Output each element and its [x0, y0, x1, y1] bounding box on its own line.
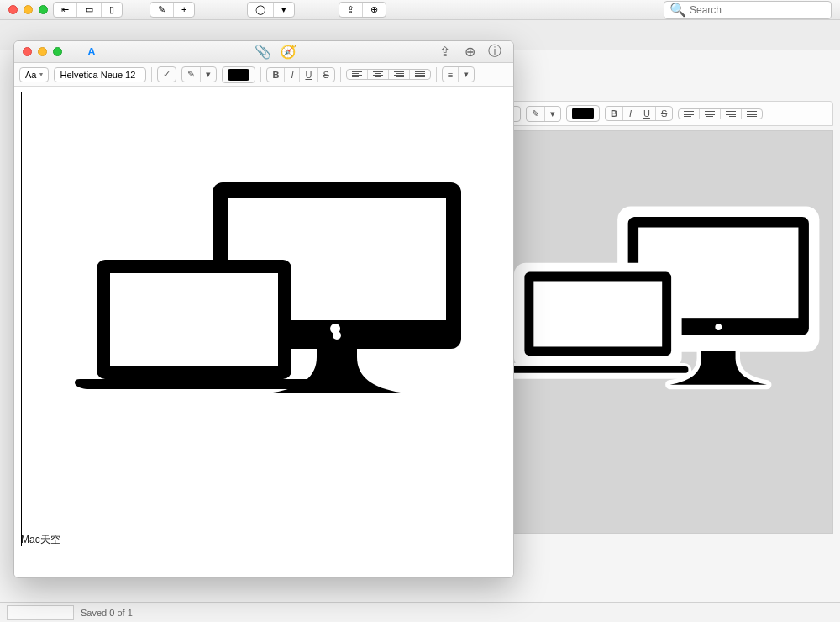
- layout-button-1[interactable]: ▭: [77, 3, 102, 17]
- svg-rect-6: [533, 281, 662, 346]
- bold-button[interactable]: B: [267, 68, 285, 82]
- bg-note-canvas: [496, 130, 833, 534]
- chevron-down-icon: ▾: [464, 69, 469, 80]
- zoom-button[interactable]: [53, 47, 62, 56]
- separator: [340, 67, 341, 82]
- italic-button[interactable]: I: [285, 68, 300, 82]
- shape-button[interactable]: ◯: [248, 3, 274, 17]
- fg-traffic-lights: [23, 47, 62, 56]
- bg-devices-image: [505, 140, 832, 467]
- pencil-icon: ✎: [187, 69, 195, 80]
- separator: [260, 67, 261, 82]
- svg-point-11: [333, 331, 341, 340]
- underline-button[interactable]: U: [300, 68, 318, 82]
- bg-tool-pencil[interactable]: ✎▾: [526, 106, 561, 122]
- style-label: Aa: [25, 70, 36, 80]
- share-icon: ⇪: [439, 44, 450, 60]
- close-button[interactable]: [8, 5, 18, 14]
- share-icon: ⇪: [347, 5, 354, 14]
- collapse-sidebar-button[interactable]: ⇤: [54, 3, 77, 17]
- layout-button-2[interactable]: ▯: [102, 3, 122, 17]
- close-button[interactable]: [23, 47, 32, 56]
- format-toggle-button[interactable]: A: [82, 45, 101, 60]
- search-icon: 🔍: [669, 2, 686, 18]
- bg-share-seg: ⇪ ⊕: [339, 2, 386, 18]
- compass-icon: 🧭: [280, 44, 297, 60]
- align-left-button[interactable]: [679, 109, 700, 119]
- align-justify-button[interactable]: [410, 70, 430, 79]
- add-user-icon: ⊕: [370, 5, 378, 14]
- bg-titlebar: ⇤ ▭ ▯ ✎ + ◯ ▾ ⇪ ⊕ 🔍: [0, 0, 840, 20]
- underline-button[interactable]: U: [638, 107, 656, 120]
- align-group: [346, 69, 431, 80]
- share-button[interactable]: ⇪: [434, 44, 454, 61]
- list-tool[interactable]: ≡▾: [442, 66, 475, 82]
- devices-image[interactable]: [55, 162, 475, 431]
- foreground-window: A 📎 🧭 ⇪ ⊕ ⓘ Aa ▾ Helvetica Neue 12 ✓ ✎▾ …: [13, 40, 514, 578]
- credit-text: Mac天空: [21, 533, 60, 547]
- check-icon: ✓: [163, 69, 171, 80]
- new-button[interactable]: +: [174, 3, 194, 17]
- font-name: Helvetica Neue 12: [60, 70, 135, 80]
- browse-button[interactable]: 🧭: [278, 44, 298, 61]
- list-icon: ≡: [448, 70, 453, 80]
- search-field[interactable]: 🔍: [664, 1, 832, 19]
- zoom-button[interactable]: [39, 5, 48, 14]
- bg-share-button[interactable]: ⇪: [339, 3, 363, 17]
- collapse-left-icon: ⇤: [61, 5, 69, 14]
- separator: [151, 67, 152, 82]
- bold-button[interactable]: B: [606, 107, 623, 120]
- bg-nav-seg: ⇤ ▭ ▯: [53, 2, 123, 18]
- align-justify-button[interactable]: [742, 109, 762, 119]
- color-tool[interactable]: [222, 66, 255, 83]
- compose-icon: ✎: [158, 5, 165, 14]
- align-center-button[interactable]: [700, 109, 721, 119]
- text-cursor: [21, 92, 22, 546]
- text-style-group: B I U S: [266, 67, 334, 82]
- align-right-button[interactable]: [389, 70, 410, 79]
- paperclip-icon: 📎: [255, 44, 271, 60]
- bg-text-style: B I U S: [605, 106, 673, 121]
- fg-titlebar: A 📎 🧭 ⇪ ⊕ ⓘ: [14, 41, 513, 63]
- circle-icon: ◯: [255, 5, 265, 14]
- bg-color-chip[interactable]: [566, 105, 600, 122]
- svg-rect-8: [507, 366, 688, 373]
- font-selector[interactable]: Helvetica Neue 12: [54, 67, 146, 82]
- attachment-button[interactable]: 📎: [253, 44, 273, 61]
- chevron-down-icon: ▾: [281, 5, 286, 14]
- bg-shape-seg: ◯ ▾: [247, 2, 295, 18]
- status-bar: Saved 0 of 1: [0, 602, 840, 622]
- minimize-button[interactable]: [38, 47, 47, 56]
- color-swatch: [228, 69, 249, 81]
- svg-rect-13: [110, 273, 278, 366]
- search-input[interactable]: [690, 4, 826, 16]
- status-progress: [7, 605, 74, 620]
- bg-format-toolbar: ✓ ✎▾ B I U S: [496, 101, 833, 126]
- check-tool[interactable]: ✓: [157, 66, 176, 82]
- minimize-button[interactable]: [24, 5, 33, 14]
- svg-point-3: [715, 324, 722, 330]
- chevron-down-icon: ▾: [39, 71, 43, 78]
- style-selector[interactable]: Aa ▾: [19, 67, 49, 82]
- pencil-tool[interactable]: ✎▾: [181, 66, 217, 82]
- italic-button[interactable]: I: [623, 107, 638, 120]
- chevron-down-icon: ▾: [550, 108, 555, 119]
- pencil-icon: ✎: [532, 108, 539, 119]
- layout-icon: ▯: [109, 5, 114, 14]
- align-right-button[interactable]: [721, 109, 742, 119]
- strike-button[interactable]: S: [318, 68, 333, 82]
- plus-icon: +: [181, 5, 186, 14]
- info-button[interactable]: ⓘ: [485, 44, 505, 61]
- collaborate-button[interactable]: ⊕: [459, 44, 480, 61]
- separator: [436, 67, 437, 82]
- compose-button[interactable]: ✎: [150, 3, 174, 17]
- status-text: Saved 0 of 1: [81, 608, 133, 618]
- align-left-button[interactable]: [347, 70, 368, 79]
- bg-add-user-button[interactable]: ⊕: [363, 3, 386, 17]
- color-swatch: [572, 108, 594, 119]
- layout-icon: ▭: [85, 5, 93, 14]
- note-canvas[interactable]: Mac天空: [14, 87, 513, 577]
- strike-button[interactable]: S: [656, 107, 672, 120]
- align-center-button[interactable]: [368, 70, 389, 79]
- shape-dropdown[interactable]: ▾: [274, 3, 294, 17]
